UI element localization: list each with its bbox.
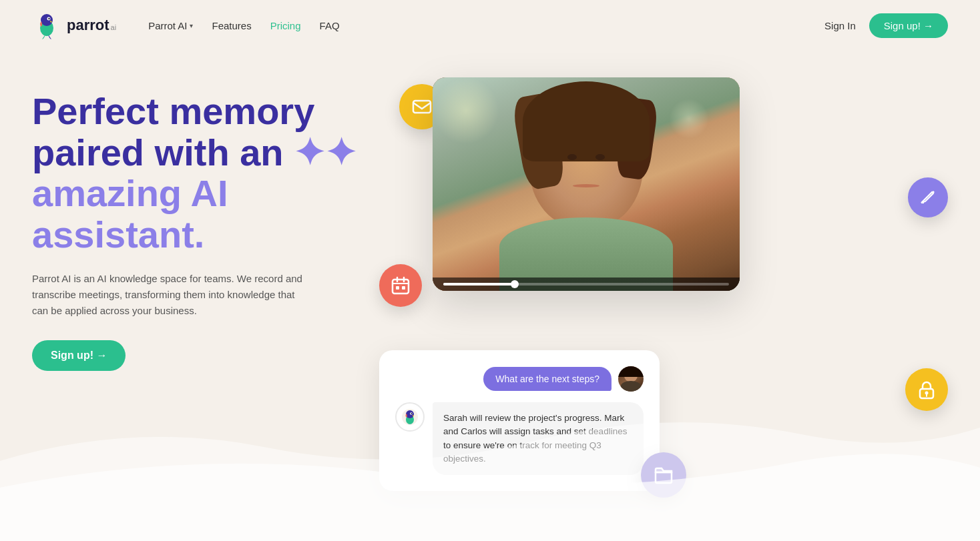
user-avatar	[618, 366, 644, 392]
video-card	[433, 77, 740, 291]
svg-point-4	[48, 18, 49, 19]
nav-features[interactable]: Features	[212, 20, 251, 31]
ai-chat-bubble: Sarah will review the project's progress…	[433, 402, 644, 475]
svg-rect-7	[393, 280, 409, 294]
ai-message-row: Sarah will review the project's progress…	[395, 402, 644, 475]
hero-description: Parrot AI is an AI knowledge space for t…	[32, 271, 312, 319]
chevron-down-icon: ▾	[190, 22, 193, 29]
lock-icon	[905, 368, 948, 411]
svg-point-2	[41, 14, 53, 26]
hero-right: What are the next steps?	[379, 77, 948, 531]
nav-links: Parrot AI ▾ Features Pricing FAQ	[148, 20, 824, 31]
svg-point-15	[406, 410, 414, 418]
hero-section: Perfect memory paired with an ✦✦ amazing…	[0, 51, 980, 531]
user-chat-bubble: What are the next steps?	[483, 367, 611, 391]
folder-icon	[641, 452, 686, 498]
svg-rect-12	[402, 286, 405, 290]
sign-in-button[interactable]: Sign In	[824, 20, 856, 31]
parrot-ai-avatar	[395, 402, 425, 432]
nav-faq[interactable]: FAQ	[320, 20, 340, 31]
nav-pricing[interactable]: Pricing	[270, 20, 301, 31]
navbar: parrotai Parrot AI ▾ Features Pricing FA…	[0, 0, 980, 51]
logo[interactable]: parrotai	[32, 11, 116, 40]
svg-point-17	[411, 413, 413, 414]
svg-rect-11	[396, 286, 399, 290]
progress-bar	[443, 283, 729, 286]
video-thumbnail	[433, 77, 740, 291]
hero-cta-button[interactable]: Sign up! →	[32, 340, 126, 371]
calendar-icon	[379, 264, 422, 307]
user-message-row: What are the next steps?	[395, 366, 644, 392]
sign-up-button[interactable]: Sign up! →	[869, 13, 948, 38]
logo-name: parrotai	[67, 17, 116, 34]
video-progress[interactable]	[433, 278, 740, 291]
nav-right: Sign In Sign up! →	[824, 13, 948, 38]
nav-parrot-ai[interactable]: Parrot AI ▾	[148, 20, 193, 31]
progress-dot	[511, 280, 519, 288]
progress-fill	[443, 283, 515, 286]
hero-left: Perfect memory paired with an ✦✦ amazing…	[32, 77, 379, 371]
chat-panel: What are the next steps?	[379, 350, 660, 491]
hero-title: Perfect memory paired with an ✦✦ amazing…	[32, 91, 379, 255]
edit-icon	[908, 177, 948, 217]
svg-rect-5	[413, 101, 431, 113]
sparkles-icon: ✦✦	[294, 132, 356, 173]
